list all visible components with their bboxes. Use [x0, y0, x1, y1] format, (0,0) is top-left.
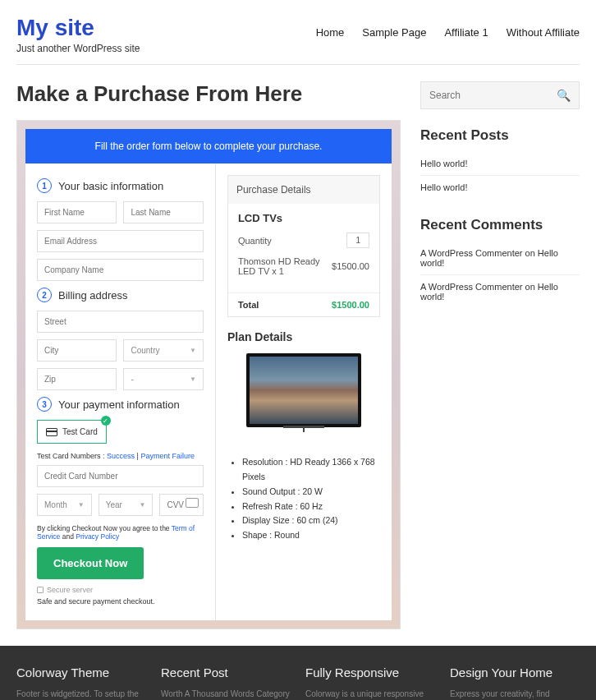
first-name-input[interactable]	[37, 201, 117, 223]
terms-text: By clicking Checkout Now you agree to th…	[37, 524, 204, 541]
recent-comments-heading: Recent Comments	[420, 217, 580, 233]
test-card-label: Test Card	[62, 427, 98, 436]
quantity-input[interactable]: 1	[346, 233, 369, 248]
search-input[interactable]	[429, 90, 557, 101]
card-icon	[46, 428, 57, 436]
footer-col-title: Fully Responsive	[305, 665, 435, 679]
check-icon: ✓	[101, 416, 111, 426]
nav-affiliate-1[interactable]: Affiliate 1	[444, 26, 488, 39]
country-select-label: Country	[131, 346, 159, 355]
month-label: Month	[44, 500, 67, 509]
state-select-label: -	[131, 375, 133, 384]
recent-post-item[interactable]: Hello world!	[420, 152, 580, 176]
summary-price: $1500.00	[332, 261, 369, 271]
section-basic-info: 1 Your basic information	[37, 178, 204, 193]
spec-item: Sound Output : 20 W	[242, 485, 380, 500]
safe-text: Safe and secure payment checkout.	[37, 597, 204, 606]
section-payment: 3 Your payment information	[37, 397, 204, 412]
total-value: $1500.00	[332, 300, 369, 310]
summary-category: LCD TVs	[238, 212, 369, 224]
search-icon[interactable]: 🔍	[557, 89, 571, 102]
step-2-icon: 2	[37, 288, 52, 302]
section-payment-label: Your payment information	[58, 398, 180, 411]
product-image	[246, 353, 361, 444]
privacy-link[interactable]: Privacy Policy	[76, 532, 119, 541]
section-billing: 2 Billing address	[37, 288, 204, 302]
zip-input[interactable]	[37, 368, 117, 390]
order-banner: Fill the order form below to complete yo…	[25, 129, 392, 163]
chevron-down-icon: ▼	[78, 501, 85, 509]
last-name-input[interactable]	[123, 201, 203, 223]
step-3-icon: 3	[37, 397, 52, 412]
card-back-icon	[186, 498, 199, 508]
footer-col-text: Colorway is a unique responsive WordPres…	[305, 688, 435, 700]
spec-item: Shape : Round	[242, 528, 380, 543]
year-label: Year	[106, 500, 122, 509]
step-1-icon: 1	[37, 178, 52, 193]
recent-comment-item[interactable]: A WordPress Commenter on Hello world!	[420, 242, 580, 275]
city-input[interactable]	[37, 339, 117, 362]
quantity-label: Quantity	[238, 236, 272, 246]
main-nav: Home Sample Page Affiliate 1 Without Aff…	[316, 26, 580, 39]
month-select[interactable]: Month▼	[37, 494, 92, 516]
secure-server: Secure server	[37, 586, 204, 594]
company-input[interactable]	[37, 259, 204, 281]
site-tagline: Just another WordPress site	[16, 43, 140, 54]
footer-col-title: Recent Post	[161, 665, 291, 679]
email-input[interactable]	[37, 230, 204, 252]
section-basic-info-label: Your basic information	[58, 180, 163, 192]
spec-item: Refresh Rate : 60 Hz	[242, 500, 380, 514]
chevron-down-icon: ▼	[190, 375, 196, 383]
footer-col-title: Design Your Home	[450, 665, 580, 679]
state-select[interactable]: -▼	[123, 368, 203, 390]
summary-item: Thomson HD Ready LED TV x 1	[238, 256, 320, 276]
spec-item: Resolution : HD Ready 1366 x 768 Pixels	[242, 455, 380, 485]
checkout-button[interactable]: Checkout Now	[37, 547, 144, 579]
purchase-summary: Purchase Details LCD TVs Quantity 1 Thom…	[227, 175, 380, 317]
test-card-option[interactable]: Test Card ✓	[37, 420, 107, 444]
chevron-down-icon: ▼	[140, 501, 146, 509]
search-box[interactable]: 🔍	[420, 81, 580, 109]
spec-item: Display Size : 60 cm (24)	[242, 513, 380, 528]
lock-icon	[37, 587, 44, 593]
page-title: Make a Purchase From Here	[16, 81, 401, 107]
site-title[interactable]: My site	[16, 15, 140, 41]
cc-number-input[interactable]	[37, 465, 204, 487]
country-select[interactable]: Country▼	[123, 339, 203, 362]
recent-post-item[interactable]: Hello world!	[420, 176, 580, 199]
year-select[interactable]: Year▼	[99, 494, 154, 516]
nav-home[interactable]: Home	[316, 26, 345, 39]
nav-sample-page[interactable]: Sample Page	[362, 26, 426, 39]
footer-col-text: Footer is widgetized. To setup the foote…	[16, 688, 146, 700]
recent-posts-heading: Recent Posts	[420, 127, 580, 144]
footer-col-text: Express your creativity, find inspiratio…	[450, 688, 580, 700]
plan-details-heading: Plan Details	[227, 330, 380, 343]
section-billing-label: Billing address	[58, 289, 128, 302]
chevron-down-icon: ▼	[190, 347, 196, 354]
product-specs: Resolution : HD Ready 1366 x 768 Pixels …	[227, 455, 380, 543]
footer-col-text: Worth A Thousand Words Category Hierarch…	[161, 688, 291, 700]
nav-without-affiliate[interactable]: Without Affiliate	[507, 26, 580, 39]
total-label: Total	[238, 300, 259, 310]
test-failure-link[interactable]: Payment Failure	[140, 452, 195, 460]
summary-heading: Purchase Details	[228, 176, 379, 204]
test-success-link[interactable]: Success	[107, 452, 135, 460]
recent-comment-item[interactable]: A WordPress Commenter on Hello world!	[420, 275, 580, 308]
footer-col-title: Colorway Theme	[16, 665, 146, 679]
street-input[interactable]	[37, 311, 204, 333]
test-card-numbers: Test Card Numbers : Success | Payment Fa…	[37, 452, 204, 460]
